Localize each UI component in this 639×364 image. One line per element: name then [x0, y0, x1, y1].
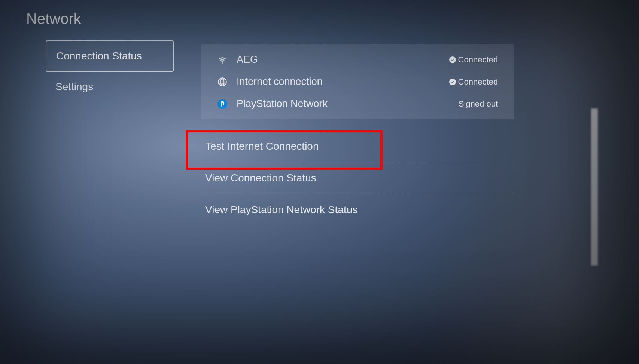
- sidebar-item-connection-status[interactable]: Connection Status: [46, 40, 174, 72]
- connection-status-box: AEG Connected Internet connection: [201, 44, 514, 119]
- status-row-psn[interactable]: PlayStation Network Signed out: [201, 93, 514, 115]
- action-label: View PlayStation Network Status: [205, 204, 357, 215]
- page-title: Network: [26, 10, 81, 27]
- svg-point-0: [222, 62, 223, 64]
- check-icon: [449, 56, 456, 63]
- status-value: Connected: [449, 55, 498, 65]
- status-row-internet[interactable]: Internet connection Connected: [201, 71, 514, 93]
- status-label: AEG: [237, 54, 449, 65]
- action-list: Test Internet Connection View Connection…: [201, 131, 514, 226]
- sidebar: Connection Status Settings: [46, 40, 174, 102]
- action-view-psn-status[interactable]: View PlayStation Network Status: [201, 194, 514, 226]
- action-label: View Connection Status: [205, 172, 316, 184]
- sidebar-item-label: Connection Status: [56, 50, 142, 62]
- status-value-text: Connected: [458, 55, 498, 65]
- status-value-text: Signed out: [459, 99, 498, 109]
- main-panel: AEG Connected Internet connection: [201, 44, 514, 226]
- sidebar-item-settings[interactable]: Settings: [46, 72, 174, 102]
- sidebar-item-label: Settings: [55, 81, 93, 92]
- action-test-internet-connection[interactable]: Test Internet Connection: [201, 131, 514, 162]
- status-label: PlayStation Network: [237, 98, 459, 110]
- globe-icon: [217, 77, 228, 87]
- action-label: Test Internet Connection: [205, 140, 319, 152]
- status-label: Internet connection: [237, 76, 449, 88]
- status-value-text: Connected: [458, 77, 498, 87]
- check-icon: [449, 79, 456, 85]
- action-view-connection-status[interactable]: View Connection Status: [201, 162, 514, 194]
- wifi-icon: [217, 55, 228, 65]
- status-value: Signed out: [459, 99, 498, 109]
- status-value: Connected: [449, 77, 498, 87]
- background-light: [591, 108, 598, 266]
- status-row-wifi[interactable]: AEG Connected: [201, 49, 514, 71]
- playstation-icon: [217, 99, 228, 109]
